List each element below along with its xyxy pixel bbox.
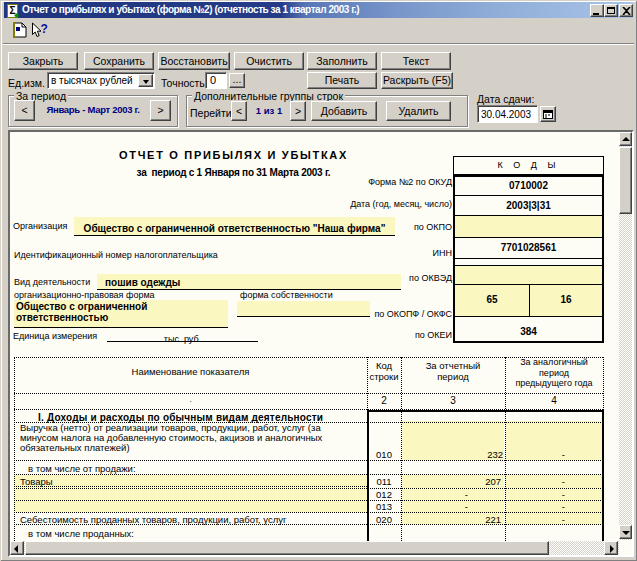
svg-text:Σ: Σ <box>9 5 15 16</box>
svg-text:?: ? <box>41 22 48 36</box>
